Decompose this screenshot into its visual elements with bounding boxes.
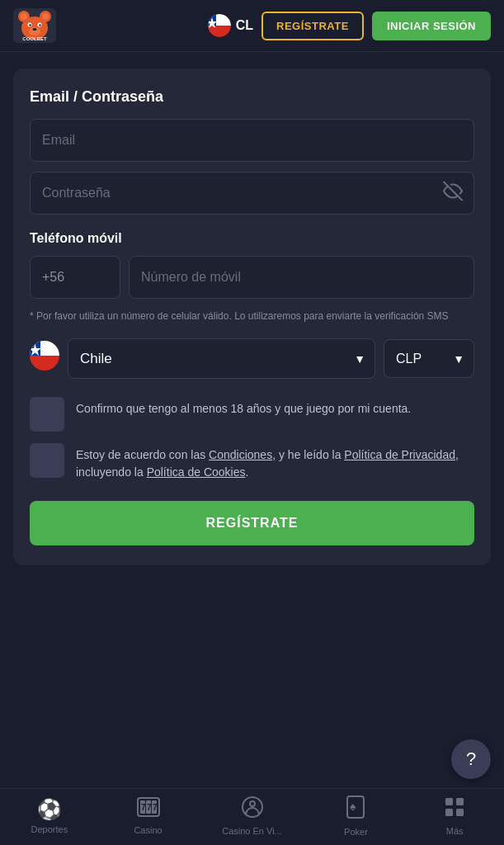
header: COOLBET CL REGÍSTRATE INICIAR SESIÓN	[0, 0, 504, 52]
password-wrapper	[30, 172, 474, 215]
live-casino-icon	[242, 796, 263, 823]
logo-area: COOLBET	[13, 8, 56, 43]
bottom-navigation: ⚽ Deportes 7 7 7 Casino Casino E	[0, 788, 504, 845]
email-password-section-title: Email / Contraseña	[30, 88, 474, 106]
main-content: Email / Contraseña Teléfono móvil * Por …	[0, 52, 504, 582]
terms-agreement-checkbox[interactable]	[30, 443, 64, 478]
chat-support-button[interactable]: ?	[451, 739, 491, 779]
svg-rect-39	[456, 809, 464, 816]
terms-agreement-label: Estoy de acuerdo con las Condiciones, y …	[76, 443, 474, 481]
svg-rect-21	[30, 356, 59, 371]
svg-text:7: 7	[153, 803, 158, 812]
poker-icon: ♠	[346, 795, 365, 824]
nav-item-more[interactable]: Más	[430, 796, 479, 836]
phone-row	[30, 256, 474, 299]
coolbet-logo: COOLBET	[13, 8, 56, 43]
age-confirmation-checkbox[interactable]	[30, 397, 64, 432]
privacy-policy-link[interactable]: Política de Privacidad	[344, 448, 455, 461]
svg-point-11	[33, 28, 37, 31]
currency-select-wrapper: CLP ARS COP MXN PEN ▼	[384, 339, 474, 378]
chat-icon: ?	[466, 748, 476, 770]
svg-text:♠: ♠	[350, 800, 356, 813]
casino-icon: 7 7 7	[137, 797, 160, 822]
chile-flag-icon	[208, 14, 231, 37]
svg-rect-36	[445, 798, 453, 805]
registration-form-card: Email / Contraseña Teléfono móvil * Por …	[13, 68, 491, 565]
nav-label-poker: Poker	[344, 827, 368, 837]
svg-text:7: 7	[141, 803, 146, 812]
svg-point-9	[39, 24, 40, 26]
toggle-password-icon[interactable]	[443, 182, 463, 205]
age-confirmation-row: Confirmo que tengo al menos 18 años y qu…	[30, 397, 474, 432]
country-select[interactable]: Chile Argentina Colombia México Perú	[68, 338, 375, 379]
phone-section-title: Teléfono móvil	[30, 231, 474, 246]
nav-label-live-casino: Casino En Vi...	[222, 826, 282, 836]
cookies-policy-link[interactable]: Política de Cookies	[147, 465, 246, 479]
header-right: CL REGÍSTRATE INICIAR SESIÓN	[208, 12, 491, 40]
svg-point-33	[251, 802, 254, 805]
nav-label-sports: Deportes	[31, 824, 68, 834]
sports-icon: ⚽	[37, 798, 62, 821]
nav-item-poker[interactable]: ♠ Poker	[331, 795, 380, 837]
svg-rect-38	[445, 809, 453, 816]
country-code-label: CL	[236, 18, 253, 33]
country-currency-row: Chile Argentina Colombia México Perú ▼ C…	[30, 338, 474, 379]
nav-label-casino: Casino	[134, 825, 162, 835]
svg-rect-37	[456, 798, 464, 805]
more-icon	[444, 796, 465, 823]
phone-number-input[interactable]	[129, 256, 474, 299]
terms-agreement-row: Estoy de acuerdo con las Condiciones, y …	[30, 443, 474, 481]
currency-select[interactable]: CLP ARS COP MXN PEN	[384, 339, 474, 378]
svg-rect-15	[208, 26, 231, 37]
phone-prefix-input[interactable]	[30, 256, 120, 299]
country-select-wrapper: Chile Argentina Colombia México Perú ▼	[68, 338, 375, 379]
register-submit-button[interactable]: REGÍSTRATE	[30, 501, 474, 545]
nav-item-live-casino[interactable]: Casino En Vi...	[222, 796, 282, 836]
country-flag-selector[interactable]: CL	[208, 14, 253, 37]
login-button[interactable]: INICIAR SESIÓN	[372, 12, 491, 40]
svg-text:COOLBET: COOLBET	[22, 36, 47, 41]
svg-point-4	[42, 13, 49, 20]
nav-label-more: Más	[446, 826, 464, 836]
svg-point-3	[21, 13, 27, 20]
nav-item-sports[interactable]: ⚽ Deportes	[25, 798, 74, 834]
register-header-button[interactable]: REGÍSTRATE	[261, 12, 364, 40]
nav-item-casino[interactable]: 7 7 7 Casino	[124, 797, 173, 835]
svg-text:7: 7	[147, 803, 152, 812]
password-input[interactable]	[30, 172, 474, 215]
email-input[interactable]	[30, 119, 474, 162]
svg-point-8	[29, 24, 31, 26]
age-confirmation-label: Confirmo que tengo al menos 18 años y qu…	[76, 397, 411, 418]
conditions-link[interactable]: Condiciones	[209, 448, 272, 461]
chile-flag-large	[30, 341, 59, 376]
sms-notice: * Por favor utiliza un número de celular…	[30, 309, 474, 323]
